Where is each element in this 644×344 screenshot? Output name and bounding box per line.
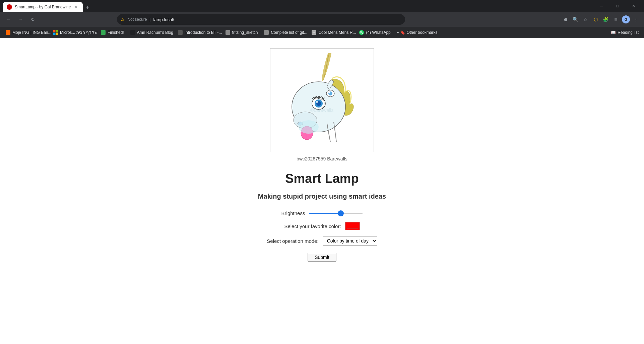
close-button[interactable]: ✕ — [626, 1, 641, 11]
window-controls: ─ □ ✕ — [594, 1, 644, 11]
security-text: Not secure — [127, 17, 147, 22]
lamp-form: Brightness Select your favorite color: S… — [7, 210, 637, 262]
color-picker[interactable] — [345, 222, 360, 230]
mode-label: Select operation mode: — [267, 238, 318, 244]
reload-button[interactable]: ↻ — [28, 15, 38, 24]
svg-rect-1 — [56, 30, 58, 32]
color-row: Select your favorite color: — [284, 222, 360, 230]
color-label: Select your favorite color: — [284, 223, 341, 229]
profile-avatar[interactable]: G — [622, 15, 630, 23]
reading-list-button[interactable]: 📖 Reading list — [608, 29, 641, 36]
chevron-right-icon: » — [397, 30, 399, 35]
bookmark-intro-bt-favicon — [178, 30, 183, 35]
mode-row: Select operation mode: Color by time of … — [267, 236, 377, 246]
more-bookmarks-button[interactable]: » 🔖 Other bookmarks — [394, 29, 440, 36]
profile-extension-button[interactable]: 🧩 — [602, 15, 610, 23]
bookmark-intro-bt[interactable]: Introduction to BT -... — [175, 28, 222, 37]
tab-favicon — [7, 4, 12, 10]
bookmark-microsoft-favicon — [53, 30, 58, 35]
page-content: ©barewalls bwc20267559 Barewalls Smart L… — [0, 38, 644, 344]
search-button[interactable]: 🔍 — [572, 15, 580, 23]
bookmark-microsoft[interactable]: Micros... של דף הבית — [50, 28, 97, 37]
bookmark-fritzing[interactable]: fritzing_sketch — [222, 28, 261, 37]
more-menu-button[interactable]: ⋮ — [632, 15, 640, 23]
svg-point-13 — [316, 101, 318, 103]
svg-point-21 — [299, 120, 319, 134]
bookmark-amir-favicon — [130, 30, 135, 35]
title-bar: SmartLamp - by Gal Brandwine ✕ + ─ □ ✕ — [0, 0, 644, 12]
address-bar: ← → ↻ ⚠ Not secure | lamp.local/ ⏺ 🔍 ☆ ⬡… — [0, 12, 644, 27]
tab-close-button[interactable]: ✕ — [73, 4, 79, 10]
extensions-button[interactable]: ⬡ — [592, 15, 600, 23]
other-bookmarks-icon: 🔖 — [400, 30, 405, 35]
bookmark-whatsapp-favicon: W — [359, 30, 364, 35]
address-separator: | — [149, 17, 150, 22]
custom-extension-button[interactable]: ≡ — [612, 15, 620, 23]
active-tab[interactable]: SmartLamp - by Gal Brandwine ✕ — [3, 2, 83, 12]
mode-select[interactable]: Color by time of day Manual Off — [323, 236, 377, 246]
tab-title: SmartLamp - by Gal Brandwine — [15, 5, 71, 9]
bookmark-amir[interactable]: Amir Rachum's Blog — [127, 28, 174, 37]
bookmark-moje[interactable]: Moje ING | ING Ban... — [3, 28, 50, 37]
page-title: Smart Lamp — [285, 171, 359, 186]
svg-point-17 — [329, 92, 330, 93]
unicorn-image: ©barewalls — [270, 48, 374, 152]
bookmark-moje-favicon — [5, 30, 11, 35]
bookmark-coolmens-favicon: ✏ — [311, 30, 317, 35]
svg-point-16 — [328, 91, 332, 95]
svg-rect-2 — [53, 33, 56, 35]
back-icon: ← — [6, 17, 11, 22]
submit-row: Submit — [308, 252, 336, 262]
reload-icon: ↻ — [31, 17, 35, 22]
bookmark-complete-favicon — [264, 30, 269, 35]
brightness-label: Brightness — [281, 210, 305, 216]
toolbar-icons: ⏺ 🔍 ☆ ⬡ 🧩 ≡ G ⋮ — [562, 15, 640, 23]
minimize-button[interactable]: ─ — [594, 1, 609, 11]
bookmark-complete[interactable]: Complete list of git... — [261, 28, 308, 37]
bookmark-finished-favicon — [101, 30, 106, 35]
forward-button[interactable]: → — [16, 15, 25, 24]
record-button[interactable]: ⏺ — [562, 15, 570, 23]
address-input[interactable]: ⚠ Not secure | lamp.local/ — [117, 14, 405, 25]
bookmark-whatsapp[interactable]: W (4) WhatsApp — [356, 28, 393, 37]
reading-list-icon: 📖 — [611, 30, 616, 35]
svg-rect-0 — [53, 30, 56, 32]
brightness-slider[interactable] — [309, 213, 363, 214]
bookmark-coolmens[interactable]: ✏ Cool Mens Mens R... — [309, 28, 356, 37]
bookmark-fritzing-favicon — [225, 30, 231, 35]
image-caption: bwc20267559 Barewalls — [297, 156, 347, 161]
tab-bar: SmartLamp - by Gal Brandwine ✕ + — [3, 0, 594, 12]
forward-icon: → — [18, 17, 23, 22]
svg-rect-3 — [56, 33, 58, 35]
submit-button[interactable]: Submit — [308, 253, 336, 262]
svg-text:©barewalls: ©barewalls — [310, 108, 333, 113]
unicorn-svg: ©barewalls — [275, 53, 369, 147]
maximize-button[interactable]: □ — [610, 1, 625, 11]
new-tab-button[interactable]: + — [83, 3, 92, 12]
bookmark-star-button[interactable]: ☆ — [582, 15, 590, 23]
brightness-row: Brightness — [281, 210, 363, 216]
bookmark-finished[interactable]: Finished! — [98, 28, 127, 37]
back-button[interactable]: ← — [4, 15, 13, 24]
url-text: lamp.local/ — [153, 17, 401, 22]
page-subtitle: Making stupid project using smart ideas — [258, 193, 386, 200]
bookmarks-bar: Moje ING | ING Ban... Micros... של דף הב… — [0, 27, 644, 38]
security-icon: ⚠ — [121, 17, 125, 22]
